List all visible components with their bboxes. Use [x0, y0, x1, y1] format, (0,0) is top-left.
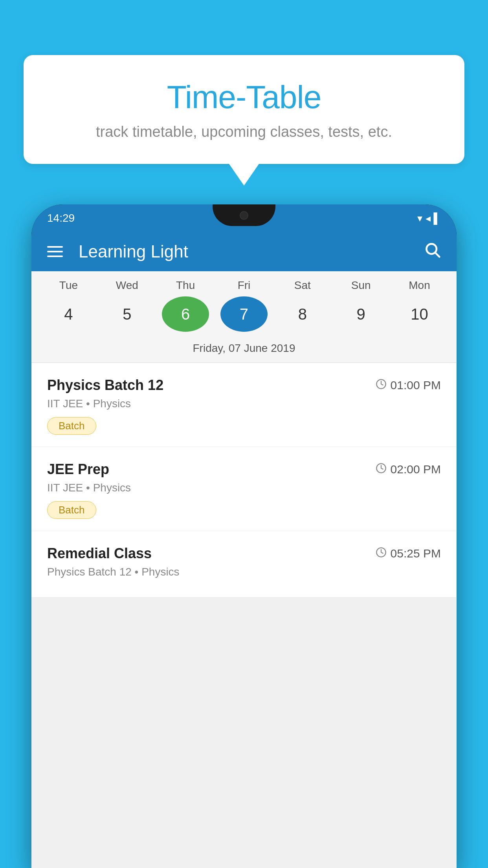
- status-icons: ▾ ◂ ▌: [417, 212, 441, 224]
- class-item-header-3: Remedial Class 05:25 PM: [47, 545, 441, 562]
- batch-badge-2: Batch: [47, 501, 96, 519]
- app-header: Learning Light: [31, 232, 457, 271]
- class-time-1: 01:00 PM: [376, 379, 441, 392]
- app-title: Learning Light: [79, 242, 412, 261]
- class-time-2: 02:00 PM: [376, 463, 441, 476]
- day-6-today[interactable]: 6: [162, 296, 209, 332]
- phone-notch: [213, 204, 275, 226]
- day-name-mon: Mon: [396, 279, 443, 292]
- day-name-thu: Thu: [162, 279, 209, 292]
- day-name-wed: Wed: [103, 279, 150, 292]
- day-name-fri: Fri: [220, 279, 268, 292]
- day-name-sat: Sat: [279, 279, 326, 292]
- speech-bubble-arrow: [229, 164, 259, 186]
- day-4[interactable]: 4: [45, 296, 92, 332]
- day-names-row: Tue Wed Thu Fri Sat Sun Mon: [31, 279, 457, 292]
- class-time-text-3: 05:25 PM: [391, 547, 441, 560]
- day-5[interactable]: 5: [103, 296, 150, 332]
- speech-bubble-section: Time-Table track timetable, upcoming cla…: [24, 55, 464, 186]
- status-bar: 14:29 ▾ ◂ ▌: [31, 204, 457, 232]
- class-name-1: Physics Batch 12: [47, 377, 163, 394]
- clock-icon-2: [376, 463, 387, 476]
- class-meta-1: IIT JEE • Physics: [47, 397, 441, 410]
- signal-icon: ◂: [426, 212, 431, 224]
- day-8[interactable]: 8: [279, 296, 326, 332]
- day-7-selected[interactable]: 7: [220, 296, 268, 332]
- class-name-2: JEE Prep: [47, 461, 109, 478]
- hero-title: Time-Table: [47, 79, 441, 116]
- class-name-3: Remedial Class: [47, 545, 152, 562]
- class-time-text-1: 01:00 PM: [391, 379, 441, 392]
- wifi-icon: ▾: [417, 212, 422, 224]
- day-name-sun: Sun: [338, 279, 385, 292]
- day-9[interactable]: 9: [338, 296, 385, 332]
- class-meta-3: Physics Batch 12 • Physics: [47, 566, 441, 578]
- selected-date-label: Friday, 07 June 2019: [31, 338, 457, 363]
- battery-icon: ▌: [434, 212, 441, 224]
- batch-badge-1: Batch: [47, 417, 96, 435]
- class-item-header-2: JEE Prep 02:00 PM: [47, 461, 441, 478]
- class-item-header-1: Physics Batch 12 01:00 PM: [47, 377, 441, 394]
- class-item-remedial[interactable]: Remedial Class 05:25 PM Physics Batch: [31, 531, 457, 598]
- phone-frame: 14:29 ▾ ◂ ▌ Learning Light: [31, 204, 457, 868]
- class-list: Physics Batch 12 01:00 PM IIT JEE • P: [31, 363, 457, 598]
- phone-camera: [240, 211, 248, 220]
- speech-bubble-card: Time-Table track timetable, upcoming cla…: [24, 55, 464, 164]
- svg-line-1: [435, 253, 439, 257]
- phone-screen: Tue Wed Thu Fri Sat Sun Mon 4 5 6 7 8 9 …: [31, 271, 457, 868]
- status-time: 14:29: [47, 212, 75, 224]
- calendar-strip: Tue Wed Thu Fri Sat Sun Mon 4 5 6 7 8 9 …: [31, 271, 457, 363]
- day-numbers-row: 4 5 6 7 8 9 10: [31, 296, 457, 332]
- class-time-text-2: 02:00 PM: [391, 463, 441, 476]
- day-name-tue: Tue: [45, 279, 92, 292]
- class-item-jee-prep[interactable]: JEE Prep 02:00 PM IIT JEE • Physics: [31, 447, 457, 531]
- search-icon[interactable]: [424, 241, 441, 262]
- class-meta-2: IIT JEE • Physics: [47, 482, 441, 494]
- hamburger-menu-icon[interactable]: [47, 246, 63, 257]
- phone-inner: 14:29 ▾ ◂ ▌ Learning Light: [31, 204, 457, 868]
- class-time-3: 05:25 PM: [376, 547, 441, 561]
- day-10[interactable]: 10: [396, 296, 443, 332]
- hero-subtitle: track timetable, upcoming classes, tests…: [47, 123, 441, 140]
- clock-icon-1: [376, 379, 387, 392]
- clock-icon-3: [376, 547, 387, 561]
- class-item-physics-batch-12[interactable]: Physics Batch 12 01:00 PM IIT JEE • P: [31, 363, 457, 447]
